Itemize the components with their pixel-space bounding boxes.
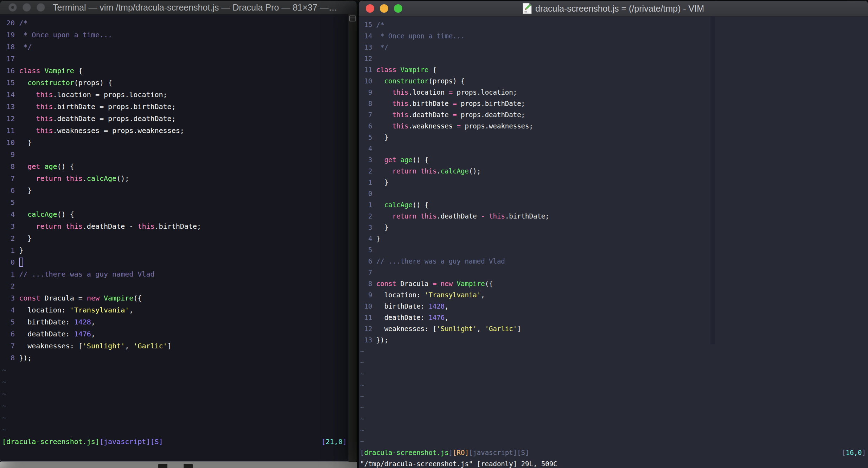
code-line: 3 const Dracula = new Vampire({ [2,292,349,304]
line-number: 5 [2,318,19,326]
code-line: 8 this.birthDate = props.birthDate; [360,98,868,109]
zoom-button[interactable] [394,4,402,13]
code-line: ~ [2,424,349,436]
line-number: 0 [2,258,19,266]
code-line: 1 } [360,177,868,188]
line-number: 16 [2,67,19,75]
line-number: 12 [360,55,376,62]
line-number: 9 [360,291,376,299]
line-number: 13 [360,336,376,344]
vim-cursor [19,258,23,267]
code-line: 6 // ...there was a guy named Vlad [360,255,868,267]
code-line: 12 weaknesses: ['Sunlight', 'Garlic'] [360,323,868,334]
code-line: ~ [2,376,349,388]
code-line: 6 } [2,184,349,196]
zoom-button[interactable] [37,3,45,12]
code-line: 8 const Dracula = new Vampire({ [360,278,868,289]
close-button[interactable] [366,4,374,13]
code-line: 13 */ [360,42,868,53]
line-number: 7 [2,174,19,183]
line-number: 12 [360,325,376,333]
line-number: 6 [2,330,19,338]
terminal-window-title: Terminal — vim /tmp/dracula-screenshot.j… [53,1,337,14]
line-number: 17 [2,55,19,63]
code-line: 11 deathDate: 1476, [360,312,868,323]
code-line: 5 [2,196,349,208]
line-number: 2 [2,282,19,290]
code-line: 5 } [360,132,868,143]
line-number: 13 [360,43,376,51]
code-line: 19 * Once upon a time... [2,29,349,41]
code-line: ~ [2,364,349,376]
background-glyph [184,464,193,468]
macvim-titlebar[interactable]: JS dracula-screenshot.js = (/private/tmp… [359,1,868,17]
code-line: 2 return this.calcAge(); [360,165,868,177]
code-line: 6 this.weaknesses = props.weaknesses; [360,120,868,132]
code-line: ~ [360,357,868,368]
code-line: 3 } [360,222,868,233]
code-line: 11 class Vampire { [360,64,868,75]
line-number: 11 [2,126,19,135]
line-number: 4 [360,145,376,152]
line-number: 8 [360,280,376,287]
terminal-titlebar[interactable]: Terminal — vim /tmp/dracula-screenshot.j… [0,1,357,14]
code-line: 2 } [2,232,349,244]
line-number: 1 [2,246,19,254]
close-button[interactable] [8,3,17,12]
vim-buffer-right[interactable]: 15 /* 14 * Once upon a time... 13 */ 12 … [359,16,868,468]
code-line: 9 [2,148,349,160]
code-line: ~ [2,412,349,424]
line-number: 18 [2,43,19,51]
code-line: 10 birthDate: 1428, [360,301,868,312]
code-line: ~ [360,391,868,402]
line-number: 8 [2,354,19,362]
code-line: ~ [360,368,868,379]
line-number: 6 [360,257,376,265]
background-glyph [158,464,167,468]
line-number: 5 [360,246,376,254]
vim-buffer-left[interactable]: 20 /* 19 * Once upon a time... 18 */ 17 … [0,14,349,461]
line-number: 12 [2,114,19,123]
code-line: 5 birthDate: 1428, [2,316,349,328]
code-line: 12 [360,53,868,64]
code-line: 9 this.location = props.location; [360,87,868,98]
code-line: 9 location: 'Transylvania', [360,289,868,301]
line-number: 11 [360,314,376,321]
line-number: 8 [360,100,376,107]
code-line: 1 calcAge() { [360,199,868,210]
code-line: ~ [360,413,868,424]
code-line: 7 weaknesses: ['Sunlight', 'Garlic'] [2,340,349,352]
line-number: 15 [360,21,376,29]
code-line: 4 location: 'Transylvania', [2,304,349,316]
macvim-window: JS dracula-screenshot.js = (/private/tmp… [359,1,868,468]
line-number: 4 [360,235,376,242]
line-number: 4 [2,210,19,219]
line-number: 3 [360,156,376,164]
line-number: 7 [360,111,376,119]
code-line: 11 this.weaknesses = props.weaknesses; [2,125,349,137]
line-number: 10 [360,302,376,310]
vim-statusline: [dracula-screenshot.js][RO][javascript][… [360,447,868,458]
code-line: 0 [360,188,868,199]
code-line: 15 /* [360,19,868,30]
code-line: ~ [2,388,349,400]
line-number: 14 [2,90,19,99]
code-line: 10 constructor(props) { [360,75,868,87]
vim-commandline: "/tmp/dracula-screenshot.js" [readonly] … [360,458,868,468]
split-pane-button[interactable] [349,15,356,21]
line-number: 2 [360,167,376,175]
line-number: 8 [2,162,19,171]
line-number: 3 [2,294,19,302]
line-number: 4 [2,306,19,314]
minimize-button[interactable] [23,3,31,12]
line-number: 7 [2,342,19,350]
terminal-scrollbar[interactable] [349,14,357,462]
minimize-button[interactable] [380,4,388,13]
vim-statusline: [dracula-screenshot.js][javascript][S][2… [2,436,349,448]
code-line: 3 return this.deathDate - this.birthDate… [2,220,349,232]
document-icon: JS [523,3,532,14]
code-line: ~ [360,346,868,357]
line-number: 19 [2,31,19,39]
background-window-sliver [0,462,357,468]
line-number: 6 [2,186,19,195]
